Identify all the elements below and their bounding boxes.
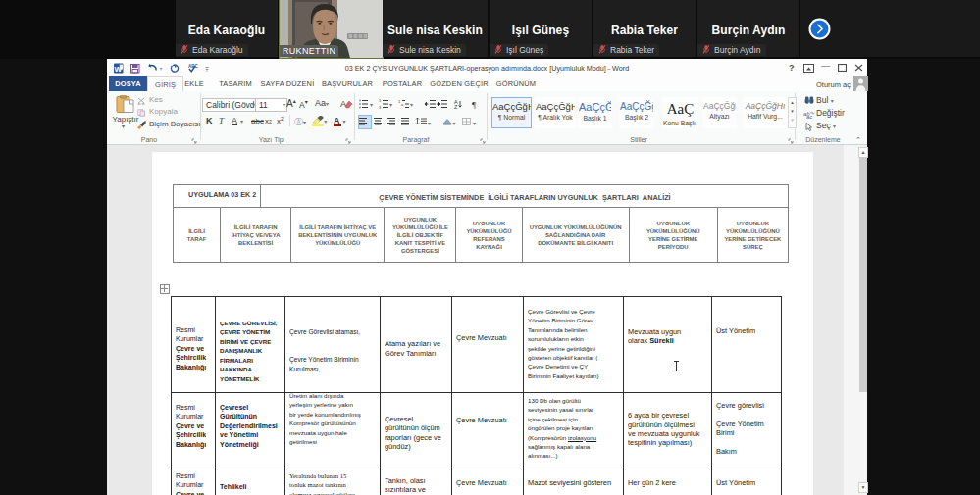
svg-text:A: A xyxy=(340,99,346,109)
svg-text:▾: ▾ xyxy=(389,102,392,108)
svg-text:▾: ▾ xyxy=(453,121,456,126)
svg-text:▾: ▾ xyxy=(324,119,327,124)
svg-text:▾: ▾ xyxy=(343,119,346,124)
svg-text:▾: ▾ xyxy=(370,102,373,108)
svg-text:▾: ▾ xyxy=(428,121,431,126)
svg-text:3: 3 xyxy=(379,105,382,109)
svg-text:a: a xyxy=(401,102,404,107)
svg-text:W: W xyxy=(115,65,123,74)
svg-text:1: 1 xyxy=(379,99,382,103)
svg-text:¶: ¶ xyxy=(472,100,476,110)
svg-text:▾: ▾ xyxy=(473,121,476,126)
svg-text:ac: ac xyxy=(806,114,812,119)
svg-text:▾: ▾ xyxy=(410,102,413,108)
svg-text:A: A xyxy=(334,116,340,125)
